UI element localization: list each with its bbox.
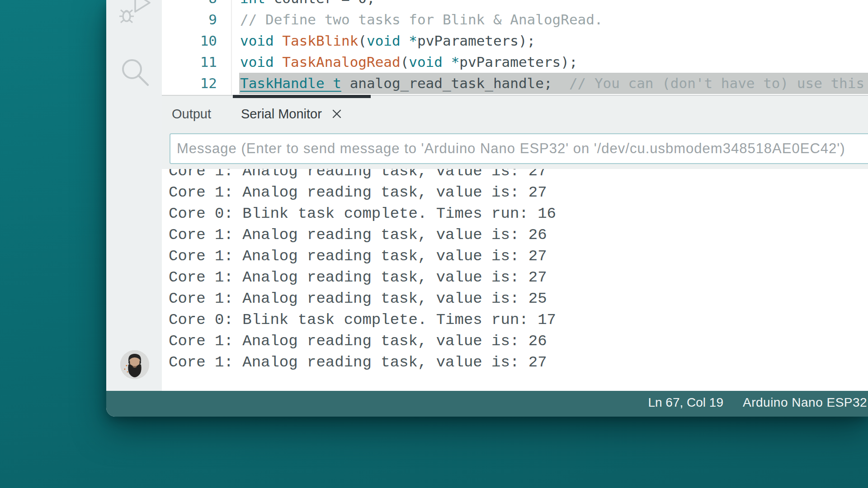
status-bar: Ln 67, Col 19 Arduino Nano ESP32 <box>106 391 868 417</box>
line-number-8: 8 <box>162 0 217 9</box>
serial-line-1: Core 1: Analog reading task, value is: 2… <box>169 169 868 182</box>
activity-sidebar <box>106 0 162 391</box>
line-number-9: 9 <box>162 9 217 30</box>
serial-line-3: Core 0: Blink task complete. Times run: … <box>169 203 868 225</box>
line-number-10: 10 <box>162 30 217 52</box>
serial-line-2: Core 1: Analog reading task, value is: 2… <box>169 182 868 203</box>
serial-line-7: Core 1: Analog reading task, value is: 2… <box>169 288 868 310</box>
debug-icon[interactable] <box>119 0 152 32</box>
line-number-11: 11 <box>162 52 217 73</box>
search-icon[interactable] <box>118 55 152 91</box>
serial-line-6: Core 1: Analog reading task, value is: 2… <box>169 267 868 288</box>
serial-monitor-output[interactable]: Core 1: Analog reading task, value is: 2… <box>162 169 868 391</box>
serial-message-input[interactable] <box>170 133 868 164</box>
line-number-12: 12 <box>162 73 217 94</box>
serial-line-9: Core 1: Analog reading task, value is: 2… <box>169 331 868 352</box>
serial-line-10: Core 1: Analog reading task, value is: 2… <box>169 352 868 373</box>
code-line-11[interactable]: void TaskAnalogRead(void *pvParameters); <box>239 52 868 73</box>
code-lines: int counter = 0;// Define two tasks for … <box>239 0 868 94</box>
serial-lines: Core 1: Analog reading task, value is: 2… <box>162 169 868 373</box>
gutter: 89101112 <box>162 0 232 95</box>
serial-line-4: Core 1: Analog reading task, value is: 2… <box>169 225 868 246</box>
active-tab-indicator <box>233 95 371 98</box>
code-line-9[interactable]: // Define two tasks for Blink & AnalogRe… <box>239 9 868 30</box>
avatar[interactable] <box>120 350 149 379</box>
tab-output[interactable]: Output <box>172 101 211 127</box>
ide-window: 89101112 int counter = 0;// Define two t… <box>106 0 868 417</box>
board-name[interactable]: Arduino Nano ESP32 <box>743 391 867 414</box>
serial-line-5: Core 1: Analog reading task, value is: 2… <box>169 246 868 267</box>
desktop: { "app": "Arduino IDE", "colors": { "des… <box>0 0 868 488</box>
tab-serial-monitor[interactable]: Serial Monitor <box>241 101 343 127</box>
serial-line-8: Core 0: Blink task complete. Times run: … <box>169 310 868 331</box>
close-icon[interactable] <box>331 108 343 120</box>
tab-output-label: Output <box>172 107 211 122</box>
code-line-12[interactable]: TaskHandle_t analog_read_task_handle; //… <box>239 73 868 94</box>
code-editor[interactable]: 89101112 int counter = 0;// Define two t… <box>162 0 868 95</box>
code-line-10[interactable]: void TaskBlink(void *pvParameters); <box>239 30 868 52</box>
cursor-position[interactable]: Ln 67, Col 19 <box>648 391 723 414</box>
code-line-8[interactable]: int counter = 0; <box>239 0 868 9</box>
tab-serial-monitor-label: Serial Monitor <box>241 107 322 122</box>
